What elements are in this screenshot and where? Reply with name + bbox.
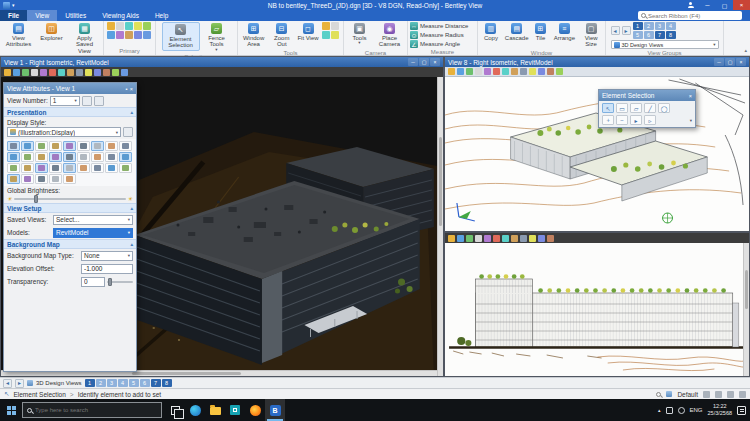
select-subtract-icon[interactable]: − [616,115,628,125]
ribbon-search-box[interactable] [638,11,742,20]
view-toolbar-icon[interactable] [475,235,482,242]
view-toolbar-icon[interactable] [4,69,11,76]
tab-utilities[interactable]: Utilities [57,10,94,21]
ribbon-search-input[interactable] [648,13,739,19]
saved-views-dropdown[interactable]: Select... ▾ [53,215,133,225]
section-view-setup[interactable]: View Setup ▴ [4,203,136,213]
view-toolbar-icon[interactable] [31,69,38,76]
view-toolbar-icon[interactable] [457,68,464,75]
arrange-button[interactable]: ≡ Arrange [551,22,577,42]
section-presentation[interactable]: Presentation ▴ [4,107,136,117]
tile-button[interactable]: ⊞ Tile [532,22,550,42]
start-button[interactable] [0,399,22,421]
view-attribute-toggle-icon[interactable] [105,152,118,162]
section-background-map-collapse-icon[interactable]: ▴ [130,241,133,247]
view-number-8-button[interactable]: 8 [666,31,676,39]
global-brightness-slider[interactable] [14,198,125,200]
status-lock-icon[interactable] [703,391,710,398]
view-attribute-toggle-icon[interactable] [7,141,20,151]
section-view-setup-collapse-icon[interactable]: ▴ [130,205,133,211]
taskbar-clock[interactable]: 12:22 25/3/2568 [708,403,732,417]
view-attribute-toggle-icon[interactable] [119,141,132,151]
view-attribute-toggle-icon[interactable] [7,163,20,173]
view-attributes-dialog-title-bar[interactable]: View Attributes - View 1 ▪ × [4,83,136,94]
active-display-set-label[interactable]: Default [677,391,698,398]
view-number-3-button[interactable]: 3 [655,22,665,30]
view-attribute-toggle-icon[interactable] [119,152,132,162]
previous-view-group-button[interactable]: ◄ [611,26,620,35]
view-number-7-button[interactable]: 7 [151,379,161,387]
view8-minimize-icon[interactable]: ─ [714,58,724,66]
view-toolbar-icon[interactable] [448,235,455,242]
view-number-1-button[interactable]: 1 [85,379,95,387]
ribbon-small-tool-icon[interactable] [143,22,151,30]
ribbon-small-tool-icon[interactable] [134,22,142,30]
view1-title-bar[interactable]: View 1 - Right Isometric, RevitModel ─ ▢… [1,57,443,67]
view-toolbar-icon[interactable] [502,68,509,75]
element-selection-dialog-title-bar[interactable]: Element Selection × [599,90,695,101]
view-toolbar-icon[interactable] [520,235,527,242]
view-toolbar-icon[interactable] [538,68,545,75]
view-number-1-button[interactable]: 1 [633,22,643,30]
user-account-button[interactable] [682,0,699,10]
next-view-group-button[interactable]: ► [622,26,631,35]
view-number-6-button[interactable]: 6 [644,31,654,39]
taskbar-search-input[interactable] [35,407,157,413]
ribbon-small-tool-icon[interactable] [125,31,133,39]
view-toolbar-icon[interactable] [40,69,47,76]
view-group-bar-label[interactable]: 3D Design Views [36,380,82,386]
select-add-icon[interactable]: ＋ [602,115,614,125]
window-area-button[interactable]: ⊞ Window Area [240,22,267,49]
action-center-icon[interactable] [737,406,746,415]
view-attribute-toggle-icon[interactable] [91,141,104,151]
view-toolbar-icon[interactable] [529,235,536,242]
ribbon-small-tool-icon[interactable] [322,31,330,39]
view-group-forward-button[interactable]: ► [15,379,24,388]
view-number-7-button[interactable]: 7 [655,31,665,39]
view-toolbar-icon[interactable] [493,68,500,75]
view-attribute-toggle-icon[interactable] [21,174,34,184]
element-selection-dialog-close-icon[interactable]: × [689,93,692,99]
language-indicator[interactable]: ENG [690,407,703,413]
ribbon-small-tool-icon[interactable] [322,22,330,30]
view-attributes-button[interactable]: ▤ View Attributes [3,22,35,49]
element-selection-expand-icon[interactable]: ▾ [690,118,692,123]
ribbon-small-tool-icon[interactable] [125,22,133,30]
view8-viewport[interactable]: Element Selection × ↖ ▭ ▱ ╱ ◯ ＋ − ▸ [445,77,749,231]
display-style-edit-icon[interactable] [123,127,133,137]
view-attribute-toggle-icon[interactable] [119,163,132,173]
element-selection-button[interactable]: ↖ Element Selection [162,22,200,51]
section-background-map[interactable]: Background Map ▴ [4,239,136,249]
firefox-button[interactable] [245,399,265,421]
view-toolbar-icon[interactable] [94,69,101,76]
view-attribute-toggle-icon[interactable] [7,152,20,162]
select-clear-icon[interactable]: ▹ [644,115,656,125]
models-dropdown[interactable]: RevitModel ▾ [53,228,133,238]
view-group-back-button[interactable]: ◄ [3,379,12,388]
display-style-dropdown[interactable]: (Illustration:Display) ▾ [7,127,121,137]
measure-distance-button[interactable]: ↔ Measure Distance [410,22,468,30]
transparency-field[interactable] [81,277,105,287]
measure-radius-button[interactable]: ⊙ Measure Radius [410,31,464,39]
tab-viewing-aids[interactable]: Viewing Aids [94,10,147,21]
transparency-slider[interactable] [107,281,133,283]
view-toolbar-icon[interactable] [58,69,65,76]
view-toolbar-icon[interactable] [457,235,464,242]
status-snap-icon[interactable] [715,391,722,398]
view-attributes-close-icon[interactable]: × [130,86,133,92]
view-attribute-toggle-icon[interactable] [49,152,62,162]
view-toolbar-icon[interactable] [538,235,545,242]
camera-tools-button[interactable]: ▣ Tools ▾ [347,22,373,47]
view-toolbar-icon[interactable] [121,69,128,76]
view-attribute-toggle-icon[interactable] [49,174,62,184]
view1-minimize-icon[interactable]: ─ [408,58,418,66]
view-toolbar-icon[interactable] [547,68,554,75]
view-attribute-toggle-icon[interactable] [91,152,104,162]
task-view-button[interactable] [165,399,185,421]
view-attribute-toggle-icon[interactable] [21,152,34,162]
cascade-button[interactable]: ▤ Cascade [504,22,530,42]
view-toolbar-icon[interactable] [511,68,518,75]
view-toolbar-icon[interactable] [502,235,509,242]
store-button[interactable] [225,399,245,421]
fence-tools-button[interactable]: ▱ Fence Tools ▾ [202,22,232,53]
